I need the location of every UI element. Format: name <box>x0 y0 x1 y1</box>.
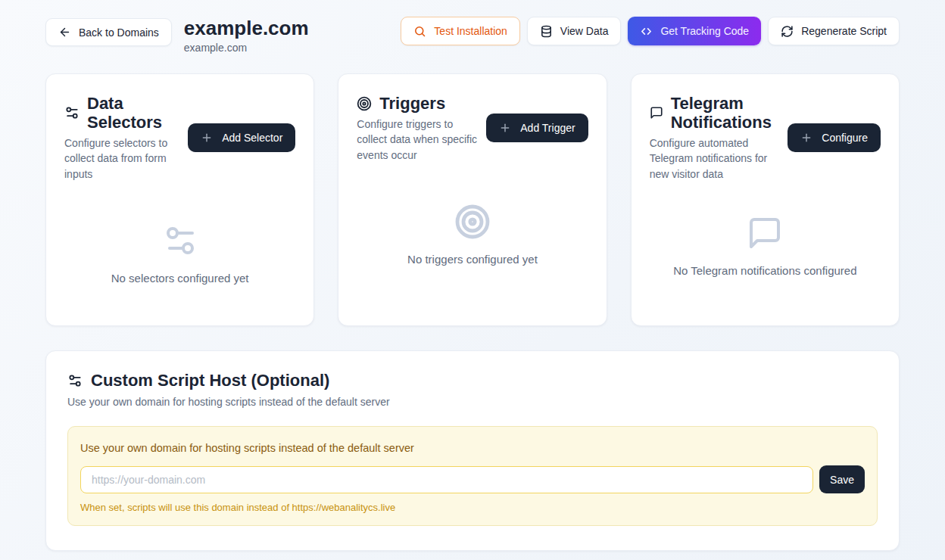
target-empty-icon <box>454 204 491 240</box>
regenerate-script-label: Regenerate Script <box>801 25 887 37</box>
get-tracking-code-label: Get Tracking Code <box>660 25 749 37</box>
custom-host-input-row: Save <box>80 465 865 493</box>
back-button-label: Back to Domains <box>79 26 159 39</box>
back-to-domains-button[interactable]: Back to Domains <box>45 18 172 46</box>
custom-host-panel-label: Use your own domain for hosting scripts … <box>80 442 865 454</box>
refresh-icon <box>781 25 794 38</box>
custom-script-host-subtitle: Use your own domain for hosting scripts … <box>67 396 878 408</box>
telegram-empty-state: No Telegram notifications configured <box>650 215 881 277</box>
configure-telegram-button[interactable]: Configure <box>788 123 881 152</box>
plus-icon <box>499 122 511 134</box>
sliders-empty-icon <box>162 222 198 259</box>
page-subtitle: example.com <box>184 42 309 54</box>
target-icon <box>357 96 372 111</box>
telegram-card: Telegram Notifications Configure automat… <box>631 73 900 326</box>
data-selectors-title: Data Selectors <box>87 94 182 132</box>
sliders-icon <box>67 373 83 388</box>
custom-host-input[interactable] <box>80 466 813 493</box>
data-selectors-card: Data Selectors Configure selectors to co… <box>45 73 314 326</box>
view-data-label: View Data <box>560 25 609 37</box>
data-selectors-header: Data Selectors Configure selectors to co… <box>64 94 295 182</box>
topbar-actions: Test Installation View Data Get Tracking… <box>401 17 900 45</box>
page-title: example.com <box>184 17 309 39</box>
triggers-head-left: Triggers Configure triggers to collect d… <box>357 94 480 163</box>
triggers-title: Triggers <box>379 94 445 113</box>
custom-host-panel: Use your own domain for hosting scripts … <box>67 426 878 526</box>
save-button[interactable]: Save <box>819 465 865 493</box>
triggers-header: Triggers Configure triggers to collect d… <box>357 94 588 163</box>
custom-script-host-title: Custom Script Host (Optional) <box>91 371 329 390</box>
add-selector-label: Add Selector <box>222 132 282 144</box>
custom-host-note: When set, scripts will use this domain i… <box>80 502 865 513</box>
domain-title-block: example.com example.com <box>184 17 309 54</box>
custom-script-host-title-row: Custom Script Host (Optional) <box>67 371 878 390</box>
add-trigger-label: Add Trigger <box>520 122 575 134</box>
telegram-header: Telegram Notifications Configure automat… <box>650 94 881 182</box>
plus-icon <box>201 132 213 144</box>
data-selectors-description: Configure selectors to collect data from… <box>64 135 182 182</box>
get-tracking-code-button[interactable]: Get Tracking Code <box>628 17 761 45</box>
telegram-title: Telegram Notifications <box>671 94 782 132</box>
configure-telegram-label: Configure <box>822 132 868 144</box>
test-installation-button[interactable]: Test Installation <box>401 17 520 45</box>
telegram-description: Configure automated Telegram notificatio… <box>650 135 782 182</box>
data-selectors-head-left: Data Selectors Configure selectors to co… <box>64 94 182 182</box>
triggers-card: Triggers Configure triggers to collect d… <box>338 73 607 326</box>
triggers-title-row: Triggers <box>357 94 480 113</box>
telegram-empty-text: No Telegram notifications configured <box>650 264 881 277</box>
triggers-empty-state: No triggers configured yet <box>357 204 588 266</box>
data-selectors-title-row: Data Selectors <box>64 94 182 132</box>
save-button-label: Save <box>830 474 854 486</box>
message-square-icon <box>650 106 663 120</box>
data-selectors-empty-text: No selectors configured yet <box>64 272 295 285</box>
message-square-empty-icon <box>747 215 783 251</box>
arrow-left-icon <box>58 26 71 39</box>
topbar-left: Back to Domains example.com example.com <box>45 17 309 54</box>
telegram-head-left: Telegram Notifications Configure automat… <box>650 94 782 182</box>
feature-cards: Data Selectors Configure selectors to co… <box>45 73 900 326</box>
triggers-empty-text: No triggers configured yet <box>357 253 588 266</box>
search-icon <box>413 25 426 38</box>
data-selectors-empty-state: No selectors configured yet <box>64 222 295 285</box>
custom-script-host-card: Custom Script Host (Optional) Use your o… <box>45 350 900 551</box>
telegram-title-row: Telegram Notifications <box>650 94 782 132</box>
sliders-icon <box>64 105 80 120</box>
topbar: Back to Domains example.com example.com … <box>45 17 900 54</box>
add-trigger-button[interactable]: Add Trigger <box>486 114 588 142</box>
add-selector-button[interactable]: Add Selector <box>188 123 295 152</box>
domain-settings-page: Back to Domains example.com example.com … <box>0 0 945 560</box>
regenerate-script-button[interactable]: Regenerate Script <box>768 17 900 45</box>
test-installation-label: Test Installation <box>434 25 507 37</box>
triggers-description: Configure triggers to collect data when … <box>357 117 480 163</box>
database-icon <box>540 25 553 38</box>
view-data-button[interactable]: View Data <box>527 17 622 45</box>
code-icon <box>640 25 653 38</box>
plus-icon <box>800 132 812 144</box>
